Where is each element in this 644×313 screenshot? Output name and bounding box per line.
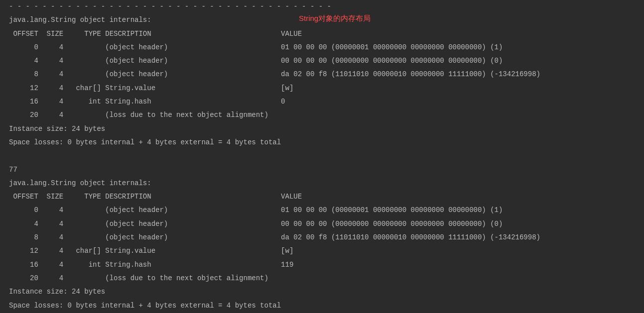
memory-layout-annotation: String对象的内存布局 xyxy=(299,11,371,25)
block1-row-3: 12 4 char[] String.value [w] xyxy=(9,84,293,92)
divider-line: - - - - - - - - - - - - - - - - - - - - … xyxy=(9,2,331,10)
block2-instance-size: Instance size: 24 bytes xyxy=(9,288,105,296)
block1-row-1: 4 4 (object header) 00 00 00 00 (0000000… xyxy=(9,57,503,65)
separator-value: 77 xyxy=(9,166,17,174)
block2-row-5: 20 4 (loss due to the next object alignm… xyxy=(9,274,268,282)
block2-row-0: 0 4 (object header) 01 00 00 00 (0000000… xyxy=(9,206,503,214)
block1-instance-size: Instance size: 24 bytes xyxy=(9,125,105,133)
block1-header: OFFSET SIZE TYPE DESCRIPTION VALUE xyxy=(9,30,302,38)
console-output: - - - - - - - - - - - - - - - - - - - - … xyxy=(0,0,644,313)
block1-space-losses: Space losses: 0 bytes internal + 4 bytes… xyxy=(9,138,281,146)
block1-row-4: 16 4 int String.hash 0 xyxy=(9,98,285,105)
block1-row-2: 8 4 (object header) da 02 00 f8 (1101101… xyxy=(9,70,540,78)
block2-header: OFFSET SIZE TYPE DESCRIPTION VALUE xyxy=(9,193,302,201)
block1-row-5: 20 4 (loss due to the next object alignm… xyxy=(9,111,268,119)
block1-row-0: 0 4 (object header) 01 00 00 00 (0000000… xyxy=(9,43,503,51)
block2-row-4: 16 4 int String.hash 119 xyxy=(9,261,293,269)
block2-space-losses: Space losses: 0 bytes internal + 4 bytes… xyxy=(9,302,281,310)
block2-row-2: 8 4 (object header) da 02 00 f8 (1101101… xyxy=(9,233,540,241)
block2-title: java.lang.String object internals: xyxy=(9,179,151,187)
block2-row-3: 12 4 char[] String.value [w] xyxy=(9,247,293,255)
block2-row-1: 4 4 (object header) 00 00 00 00 (0000000… xyxy=(9,220,503,228)
block1-title: java.lang.String object internals: xyxy=(9,16,151,24)
